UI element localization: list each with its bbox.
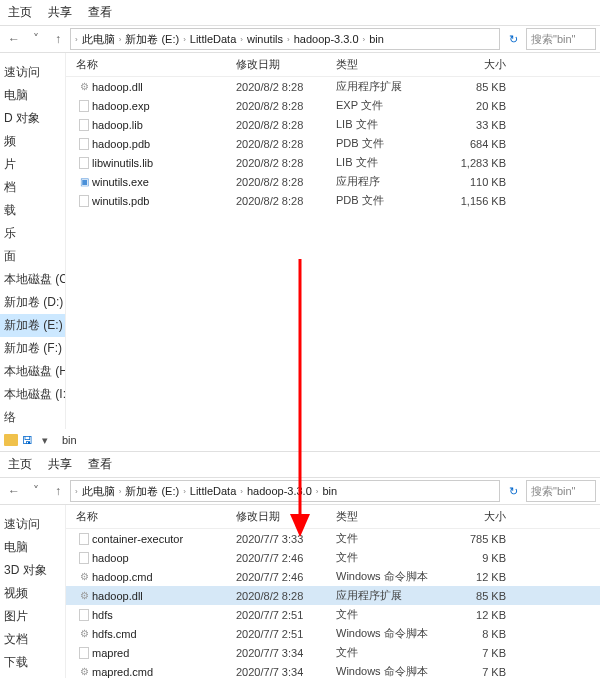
file-name: container-executor: [92, 533, 236, 545]
chevron-icon[interactable]: ▾: [36, 431, 54, 449]
file-row[interactable]: ⚙mapred.cmd2020/7/7 3:34Windows 命令脚本7 KB: [66, 662, 600, 678]
file-name: winutils.pdb: [92, 195, 236, 207]
menu-home[interactable]: 主页: [8, 4, 32, 21]
file-name: hadoop.dll: [92, 590, 236, 602]
crumb[interactable]: winutils: [243, 33, 287, 45]
file-row[interactable]: ⚙hadoop.dll2020/8/2 8:28应用程序扩展85 KB: [66, 77, 600, 96]
sidebar-item[interactable]: 速访问: [0, 61, 65, 84]
crumb[interactable]: 新加卷 (E:): [121, 32, 183, 47]
sidebar-item[interactable]: 新加卷 (F:): [0, 337, 65, 360]
menu-share[interactable]: 共享: [48, 4, 72, 21]
crumb[interactable]: 此电脑: [78, 32, 119, 47]
file-row[interactable]: container-executor2020/7/7 3:33文件785 KB: [66, 529, 600, 548]
sidebar-item[interactable]: 频: [0, 130, 65, 153]
file-row[interactable]: libwinutils.lib2020/8/2 8:28LIB 文件1,283 …: [66, 153, 600, 172]
menu-share[interactable]: 共享: [48, 456, 72, 473]
file-type: 文件: [336, 607, 446, 622]
file-size: 33 KB: [446, 119, 516, 131]
file-icon: ⚙: [76, 589, 92, 603]
sidebar-item[interactable]: 乐: [0, 222, 65, 245]
search-box-bottom[interactable]: 搜索"bin": [526, 480, 596, 502]
search-box-top[interactable]: 搜索"bin": [526, 28, 596, 50]
file-row[interactable]: hdfs2020/7/7 2:51文件12 KB: [66, 605, 600, 624]
file-date: 2020/7/7 3:34: [236, 647, 336, 659]
crumb[interactable]: LittleData: [186, 485, 240, 497]
sidebar-bottom: 速访问电脑3D 对象视频图片文档下载音乐桌面本地磁盘 (C:)新加卷 (D:)新…: [0, 505, 66, 678]
crumb[interactable]: hadoop-3.3.0: [290, 33, 363, 45]
sidebar-item[interactable]: 新加卷 (E:): [0, 314, 65, 337]
sidebar-item[interactable]: 载: [0, 199, 65, 222]
file-type: LIB 文件: [336, 155, 446, 170]
col-name[interactable]: 名称: [76, 57, 236, 72]
sidebar-item[interactable]: 面: [0, 245, 65, 268]
sidebar-item[interactable]: 速访问: [0, 513, 65, 536]
col-date[interactable]: 修改日期: [236, 57, 336, 72]
file-type: Windows 命令脚本: [336, 569, 446, 584]
breadcrumb-bottom[interactable]: › 此电脑› 新加卷 (E:)› LittleData› hadoop-3.3.…: [70, 480, 500, 502]
file-name: hadoop.exp: [92, 100, 236, 112]
sidebar-item[interactable]: 电脑: [0, 536, 65, 559]
crumb[interactable]: hadoop-3.3.0: [243, 485, 316, 497]
file-row[interactable]: ⚙hdfs.cmd2020/7/7 2:51Windows 命令脚本8 KB: [66, 624, 600, 643]
sidebar-item[interactable]: 新加卷 (D:): [0, 291, 65, 314]
crumb[interactable]: 新加卷 (E:): [121, 484, 183, 499]
file-row[interactable]: ⚙hadoop.dll2020/8/2 8:28应用程序扩展85 KB: [66, 586, 600, 605]
file-size: 12 KB: [446, 609, 516, 621]
sidebar-item[interactable]: 本地磁盘 (I:): [0, 383, 65, 406]
nav-up[interactable]: ↑: [48, 29, 68, 49]
col-size[interactable]: 大小: [446, 509, 516, 524]
file-icon: [76, 156, 92, 170]
sidebar-item[interactable]: 视频: [0, 582, 65, 605]
sidebar-item[interactable]: 3D 对象: [0, 559, 65, 582]
col-type[interactable]: 类型: [336, 57, 446, 72]
file-icon: [76, 646, 92, 660]
sidebar-item[interactable]: 电脑: [0, 84, 65, 107]
nav-back[interactable]: ←: [4, 481, 24, 501]
sidebar-item[interactable]: 本地磁盘 (C:): [0, 268, 65, 291]
column-headers: 名称 修改日期 类型 大小: [66, 53, 600, 77]
nav-back[interactable]: ←: [4, 29, 24, 49]
crumb[interactable]: bin: [365, 33, 388, 45]
col-date[interactable]: 修改日期: [236, 509, 336, 524]
refresh-button[interactable]: ↻: [502, 33, 524, 46]
sidebar-item[interactable]: 下载: [0, 651, 65, 674]
file-icon: ▣: [76, 175, 92, 189]
col-size[interactable]: 大小: [446, 57, 516, 72]
file-row[interactable]: ⚙hadoop.cmd2020/7/7 2:46Windows 命令脚本12 K…: [66, 567, 600, 586]
breadcrumb-top[interactable]: › 此电脑› 新加卷 (E:)› LittleData› winutils› h…: [70, 28, 500, 50]
sidebar-item[interactable]: 本地磁盘 (H:): [0, 360, 65, 383]
col-name[interactable]: 名称: [76, 509, 236, 524]
refresh-button[interactable]: ↻: [502, 485, 524, 498]
file-size: 7 KB: [446, 647, 516, 659]
save-icon[interactable]: 🖫: [18, 431, 36, 449]
nav-dropdown[interactable]: ˅: [26, 481, 46, 501]
file-size: 85 KB: [446, 81, 516, 93]
menu-view[interactable]: 查看: [88, 456, 112, 473]
file-row[interactable]: hadoop.pdb2020/8/2 8:28PDB 文件684 KB: [66, 134, 600, 153]
sidebar-item[interactable]: 档: [0, 176, 65, 199]
sidebar-item[interactable]: 片: [0, 153, 65, 176]
crumb[interactable]: LittleData: [186, 33, 240, 45]
toolbar-top: 主页 共享 查看: [0, 0, 600, 26]
sidebar-item[interactable]: 图片: [0, 605, 65, 628]
file-row[interactable]: hadoop.exp2020/8/2 8:28EXP 文件20 KB: [66, 96, 600, 115]
sidebar-item[interactable]: 音乐: [0, 674, 65, 678]
file-row[interactable]: hadoop2020/7/7 2:46文件9 KB: [66, 548, 600, 567]
crumb[interactable]: 此电脑: [78, 484, 119, 499]
col-type[interactable]: 类型: [336, 509, 446, 524]
crumb[interactable]: bin: [318, 485, 341, 497]
menu-view[interactable]: 查看: [88, 4, 112, 21]
nav-dropdown[interactable]: ˅: [26, 29, 46, 49]
file-row[interactable]: ▣winutils.exe2020/8/2 8:28应用程序110 KB: [66, 172, 600, 191]
file-name: winutils.exe: [92, 176, 236, 188]
menu-home[interactable]: 主页: [8, 456, 32, 473]
nav-up[interactable]: ↑: [48, 481, 68, 501]
file-row[interactable]: hadoop.lib2020/8/2 8:28LIB 文件33 KB: [66, 115, 600, 134]
file-row[interactable]: winutils.pdb2020/8/2 8:28PDB 文件1,156 KB: [66, 191, 600, 210]
file-size: 85 KB: [446, 590, 516, 602]
sidebar-item[interactable]: D 对象: [0, 107, 65, 130]
sidebar-item[interactable]: 文档: [0, 628, 65, 651]
sidebar-item[interactable]: 络: [0, 406, 65, 429]
file-row[interactable]: mapred2020/7/7 3:34文件7 KB: [66, 643, 600, 662]
file-name: mapred: [92, 647, 236, 659]
